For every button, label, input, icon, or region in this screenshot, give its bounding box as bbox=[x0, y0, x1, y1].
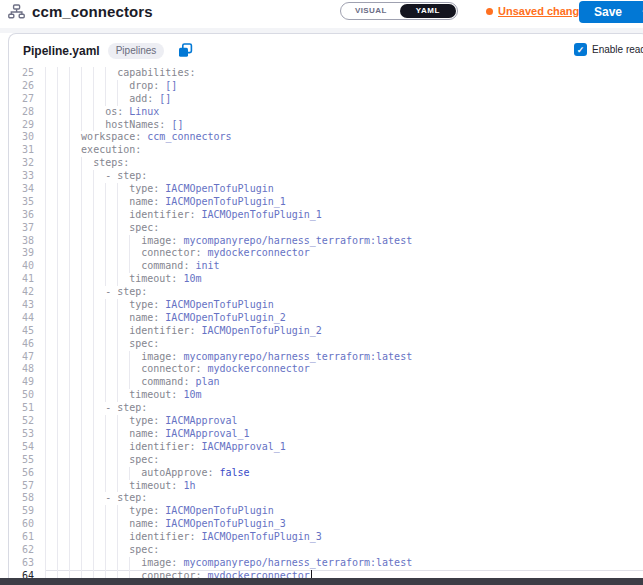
code-line[interactable]: 37spec: bbox=[9, 222, 643, 235]
yaml-value: IACMOpenTofuPlugin_2 bbox=[159, 312, 285, 323]
code-line[interactable]: 54identifier: IACMApproval_1 bbox=[9, 441, 643, 454]
indent-guide bbox=[57, 492, 69, 505]
code-line[interactable]: 33- step: bbox=[9, 170, 643, 183]
code-line[interactable]: 49command: plan bbox=[9, 376, 643, 389]
indent-guide bbox=[45, 531, 57, 544]
code-line[interactable]: 52type: IACMApproval bbox=[9, 415, 643, 428]
indent-guide bbox=[45, 557, 57, 570]
indent-guide bbox=[69, 428, 81, 441]
code-line[interactable]: 62spec: bbox=[9, 544, 643, 557]
indent-guide bbox=[93, 363, 105, 376]
indent-guide bbox=[93, 325, 105, 338]
code-line[interactable]: 31execution: bbox=[9, 144, 643, 157]
yaml-key: command: bbox=[141, 376, 189, 387]
code-line[interactable]: 40command: init bbox=[9, 260, 643, 273]
indent-guide bbox=[105, 312, 117, 325]
yaml-key: identifier: bbox=[129, 441, 195, 452]
indent-guide bbox=[57, 67, 69, 80]
indent-guide bbox=[69, 402, 81, 415]
code-line[interactable]: 60name: IACMOpenTofuPlugin_3 bbox=[9, 518, 643, 531]
indent-guide bbox=[81, 376, 93, 389]
indent-guide bbox=[117, 389, 129, 402]
save-options-button[interactable] bbox=[635, 9, 643, 16]
code-line[interactable]: 42- step: bbox=[9, 286, 643, 299]
code-line[interactable]: 50timeout: 10m bbox=[9, 389, 643, 402]
code-line[interactable]: 44name: IACMOpenTofuPlugin_2 bbox=[9, 312, 643, 325]
code-line[interactable]: 36identifier: IACMOpenTofuPlugin_1 bbox=[9, 209, 643, 222]
indent-guide bbox=[117, 183, 129, 196]
yaml-key: connector: bbox=[141, 247, 201, 258]
pipeline-title-group: ccm_connectors bbox=[8, 3, 153, 20]
yaml-value: mycompanyrepo/harness_terraform:latest bbox=[177, 557, 412, 568]
indent-guide bbox=[69, 157, 81, 170]
indent-guide bbox=[105, 467, 117, 480]
code-line[interactable]: 47image: mycompanyrepo/harness_terraform… bbox=[9, 351, 643, 364]
code-line[interactable]: 58- step: bbox=[9, 492, 643, 505]
indent-guide bbox=[93, 286, 105, 299]
yaml-key: name: bbox=[129, 196, 159, 207]
indent-guide bbox=[45, 106, 57, 119]
code-line[interactable]: 51- step: bbox=[9, 402, 643, 415]
code-line[interactable]: 32steps: bbox=[9, 157, 643, 170]
code-line[interactable]: 35name: IACMOpenTofuPlugin_1 bbox=[9, 196, 643, 209]
indent-guide bbox=[81, 544, 93, 557]
yaml-key: spec: bbox=[129, 338, 159, 349]
code-line[interactable]: 39connector: mydockerconnector bbox=[9, 247, 643, 260]
yaml-key: os: bbox=[105, 106, 123, 117]
copy-yaml-button[interactable] bbox=[178, 43, 193, 58]
toggle-visual-button[interactable]: VISUAL bbox=[341, 3, 399, 19]
save-button[interactable]: Save bbox=[579, 5, 635, 19]
indent-guide bbox=[93, 467, 105, 480]
code-line[interactable]: 59type: IACMOpenTofuPlugin bbox=[9, 505, 643, 518]
indent-guide bbox=[81, 222, 93, 235]
code-line[interactable]: 38image: mycompanyrepo/harness_terraform… bbox=[9, 235, 643, 248]
code-line-content: type: IACMApproval bbox=[45, 415, 643, 428]
unsaved-changes-label: Unsaved changes bbox=[498, 5, 592, 17]
code-line[interactable]: 29hostNames: [] bbox=[9, 119, 643, 132]
indent-guide bbox=[69, 415, 81, 428]
code-line[interactable]: 56autoApprove: false bbox=[9, 467, 643, 480]
indent-guide bbox=[45, 196, 57, 209]
indent-guide bbox=[81, 441, 93, 454]
indent-guide bbox=[69, 144, 81, 157]
code-line[interactable]: 26drop: [] bbox=[9, 80, 643, 93]
code-line[interactable]: 43type: IACMOpenTofuPlugin bbox=[9, 299, 643, 312]
yaml-value: [] bbox=[159, 80, 177, 91]
code-line[interactable]: 48connector: mydockerconnector bbox=[9, 363, 643, 376]
yaml-value: IACMOpenTofuPlugin bbox=[159, 505, 273, 516]
indent-guide bbox=[93, 415, 105, 428]
code-line[interactable]: 63image: mycompanyrepo/harness_terraform… bbox=[9, 557, 643, 570]
toggle-yaml-button[interactable]: YAML bbox=[400, 4, 456, 18]
code-line[interactable]: 53name: IACMApproval_1 bbox=[9, 428, 643, 441]
code-line-content: identifier: IACMApproval_1 bbox=[45, 441, 643, 454]
yaml-value: mydockerconnector bbox=[201, 363, 309, 374]
indent-guide bbox=[93, 209, 105, 222]
code-line[interactable]: 28os: Linux bbox=[9, 106, 643, 119]
indent-guide bbox=[45, 144, 57, 157]
indent-guide bbox=[45, 415, 57, 428]
yaml-key: spec: bbox=[129, 544, 159, 555]
code-line[interactable]: 61identifier: IACMOpenTofuPlugin_3 bbox=[9, 531, 643, 544]
code-line[interactable]: 55spec: bbox=[9, 454, 643, 467]
code-line[interactable]: 57timeout: 1h bbox=[9, 480, 643, 493]
line-number: 40 bbox=[9, 260, 45, 273]
indent-guide bbox=[57, 518, 69, 531]
indent-guide bbox=[81, 338, 93, 351]
code-line[interactable]: 27add: [] bbox=[9, 93, 643, 106]
code-line[interactable]: 34type: IACMOpenTofuPlugin bbox=[9, 183, 643, 196]
code-line[interactable]: 46spec: bbox=[9, 338, 643, 351]
code-line[interactable]: 41timeout: 10m bbox=[9, 273, 643, 286]
code-line[interactable]: 45identifier: IACMOpenTofuPlugin_2 bbox=[9, 325, 643, 338]
indent-guide bbox=[81, 170, 93, 183]
line-number: 30 bbox=[9, 131, 45, 144]
unsaved-changes-link[interactable]: Unsaved changes bbox=[486, 5, 592, 17]
code-line[interactable]: 30workspace: ccm_connectors bbox=[9, 131, 643, 144]
indent-guide bbox=[81, 325, 93, 338]
yaml-key: type: bbox=[129, 299, 159, 310]
yaml-editor[interactable]: 25capabilities:26drop: []27add: []28os: … bbox=[9, 67, 643, 585]
code-line[interactable]: 25capabilities: bbox=[9, 67, 643, 80]
enable-edit-checkbox[interactable]: ✓ bbox=[574, 43, 587, 56]
line-number: 35 bbox=[9, 196, 45, 209]
indent-guide bbox=[105, 247, 117, 260]
indent-guide bbox=[129, 557, 141, 570]
